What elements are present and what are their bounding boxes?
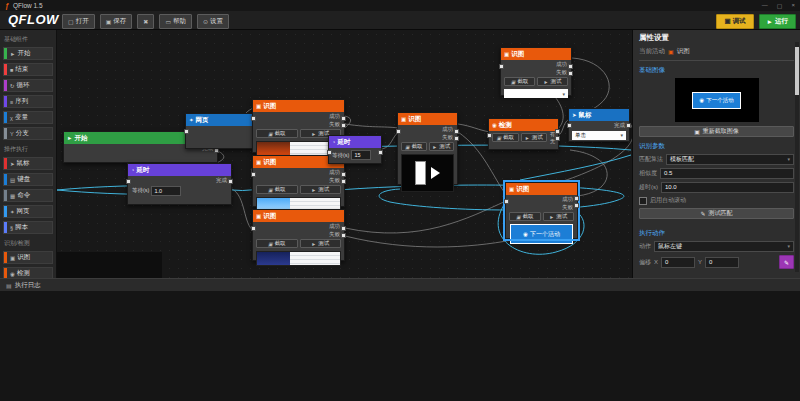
timeout-input[interactable]: 10.0	[661, 182, 794, 193]
capture-button[interactable]: ▣截取	[256, 239, 298, 248]
input-port[interactable]	[487, 133, 492, 138]
delay-value[interactable]: 1.0	[151, 186, 181, 196]
input-port[interactable]	[251, 226, 256, 231]
panel-scrollbar[interactable]	[795, 42, 799, 272]
test-button[interactable]: ►测试	[429, 142, 455, 151]
sidebar-item-mouse[interactable]: ➤ 鼠标	[3, 157, 53, 170]
settings-button[interactable]: ⊙ 设置	[197, 14, 229, 29]
similarity-input[interactable]: 0.5	[660, 168, 794, 179]
action-dropdown[interactable]: 鼠标左键 ▾	[654, 241, 794, 252]
chevron-down-icon: ▾	[620, 132, 623, 138]
output-port[interactable]	[454, 129, 459, 134]
output-port[interactable]	[228, 179, 233, 184]
video-template-thumbnail[interactable]	[401, 154, 454, 192]
sidebar-item-variable[interactable]: χ 变量	[3, 111, 53, 124]
sidebar-item-keyboard[interactable]: ▤ 键盘	[3, 173, 53, 186]
output-port[interactable]	[568, 64, 573, 69]
debug-button[interactable]: ▣ 调试	[716, 14, 753, 29]
node-find-image-selected[interactable]: ▣ 识图 成功 失败 ▣截取 ►测试 ◉ 下一个活动	[505, 182, 578, 239]
test-button[interactable]: ►测试	[543, 212, 575, 221]
minimize-icon[interactable]: —	[762, 2, 768, 9]
output-port[interactable]	[574, 196, 579, 201]
input-port[interactable]	[504, 199, 509, 204]
open-button[interactable]: ▢ 打开	[62, 14, 95, 29]
input-port[interactable]	[251, 116, 256, 121]
log-bar[interactable]: ▤ 执行日志	[0, 278, 800, 291]
input-port[interactable]	[567, 123, 572, 128]
capture-button[interactable]: ▣截取	[256, 129, 298, 138]
sidebar-item-start[interactable]: ► 开始	[3, 47, 53, 60]
input-port[interactable]	[396, 129, 401, 134]
node-delay[interactable]: ◔ 延时 等待(s) 15	[328, 135, 382, 164]
edit-offset-button[interactable]: ✎	[779, 255, 794, 269]
output-port[interactable]	[626, 123, 631, 128]
offset-x-input[interactable]: 0	[661, 257, 695, 268]
template-thumbnail[interactable]	[256, 251, 341, 266]
sidebar-item-loop[interactable]: ↻ 循环	[3, 79, 53, 92]
close-icon[interactable]: ×	[791, 2, 795, 9]
capture-button[interactable]: ▣截取	[504, 77, 535, 86]
input-port[interactable]	[499, 64, 504, 69]
sidebar-item-branch[interactable]: Y 分支	[3, 127, 53, 140]
sidebar-item-sequence[interactable]: ≡ 序列	[3, 95, 53, 108]
scrollbar-thumb[interactable]	[795, 47, 799, 95]
output-port[interactable]	[341, 172, 346, 177]
delay-value[interactable]: 15	[351, 150, 371, 160]
pencil-icon: ✎	[700, 210, 705, 217]
capture-button[interactable]: ▣截取	[401, 142, 427, 151]
capture-button[interactable]: ▣截取	[509, 212, 541, 221]
script-icon: §	[10, 225, 13, 231]
test-button[interactable]: ►测试	[537, 77, 568, 86]
output-port[interactable]	[378, 150, 383, 155]
clear-button[interactable]: ✖	[137, 14, 154, 29]
output-port[interactable]	[341, 233, 346, 238]
help-button[interactable]: ▭ 帮助	[159, 14, 192, 29]
output-success: 成功	[398, 125, 457, 133]
auto-scroll-checkbox[interactable]	[639, 197, 647, 205]
input-port[interactable]	[126, 179, 131, 184]
node-delay[interactable]: ◔ 延时 完成 等待(s) 1.0	[127, 163, 232, 205]
node-find-image[interactable]: ▣ 识图 成功 失败 ▣截取 ►测试 ▾	[500, 47, 572, 96]
output-port[interactable]	[555, 136, 560, 141]
test-match-button[interactable]: ✎ 测试匹配	[639, 208, 794, 219]
template-dropdown[interactable]: ▾	[504, 89, 568, 98]
output-port[interactable]	[341, 116, 346, 121]
output-port[interactable]	[574, 203, 579, 208]
offset-label: 偏移	[639, 258, 651, 267]
sidebar-item-end[interactable]: ■ 结束	[3, 63, 53, 76]
flow-canvas[interactable]: ► 开始 完成 ◔ 延时 完成 等待(s) 1.0 ✦ 网页 完成 ▣ 识图 成…	[57, 30, 632, 278]
input-port[interactable]	[327, 150, 332, 155]
output-port[interactable]	[341, 179, 346, 184]
node-detect[interactable]: ◉ 检测 ▣截取 ►测试 有 无	[488, 118, 559, 150]
input-port[interactable]	[184, 129, 189, 134]
output-fail: 失败	[506, 203, 577, 211]
node-find-image[interactable]: ▣ 识图 成功 失败 ▣截取 ►测试	[252, 209, 345, 261]
offset-y-input[interactable]: 0	[705, 257, 739, 268]
template-thumbnail-button[interactable]: ◉ 下一个活动	[510, 224, 573, 244]
run-button[interactable]: ► 运行	[759, 14, 796, 29]
sidebar-item-script[interactable]: § 脚本	[3, 221, 53, 234]
sidebar-item-find-image[interactable]: ▣ 识图	[3, 251, 53, 264]
node-mouse[interactable]: ➤ 鼠标 完成 单击▾	[568, 108, 630, 142]
output-port[interactable]	[568, 71, 573, 76]
output-port[interactable]	[341, 123, 346, 128]
test-button[interactable]: ►测试	[521, 133, 548, 142]
click-type-dropdown[interactable]: 单击▾	[572, 131, 626, 140]
sidebar-item-command[interactable]: ▦ 命令	[3, 189, 53, 202]
recapture-button[interactable]: ▣ 重新截取图像	[639, 126, 794, 137]
section-action: 执行动作	[639, 229, 794, 238]
output-port[interactable]	[555, 129, 560, 134]
output-port[interactable]	[454, 136, 459, 141]
node-find-image[interactable]: ▣ 识图 成功 失败 ▣截取 ►测试	[397, 112, 458, 185]
capture-button[interactable]: ▣截取	[256, 185, 298, 194]
save-button[interactable]: ▣ 保存	[100, 14, 133, 29]
output-port[interactable]	[341, 226, 346, 231]
input-port[interactable]	[251, 172, 256, 177]
node-title: 识图	[516, 185, 529, 194]
algorithm-dropdown[interactable]: 模板匹配 ▾	[666, 154, 794, 165]
test-button[interactable]: ►测试	[300, 185, 342, 194]
test-button[interactable]: ►测试	[300, 239, 342, 248]
capture-button[interactable]: ▣截取	[492, 133, 519, 142]
maximize-icon[interactable]: ▢	[777, 2, 783, 9]
sidebar-item-web[interactable]: ✦ 网页	[3, 205, 53, 218]
